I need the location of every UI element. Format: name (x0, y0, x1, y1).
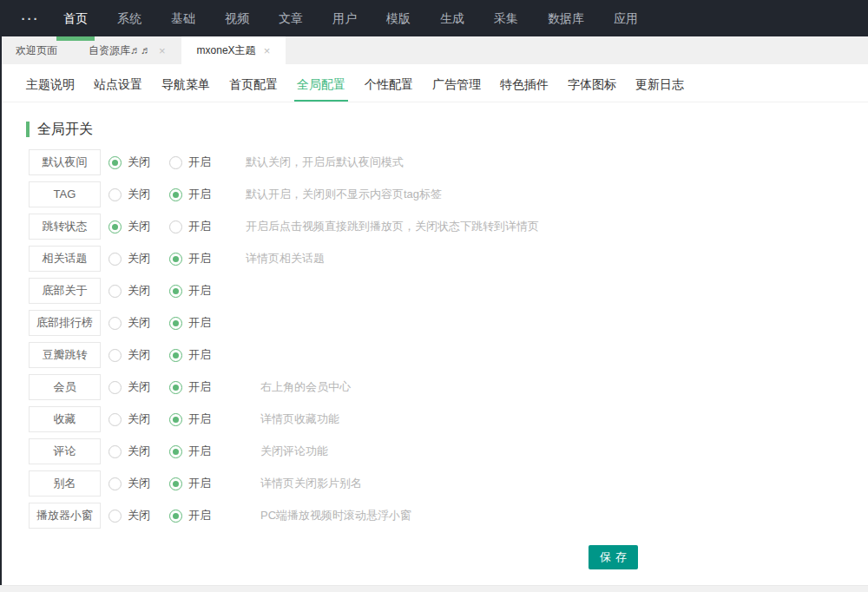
radio-on-alias[interactable]: 开启 (169, 476, 211, 491)
radio-off-circle-icon[interactable] (108, 156, 122, 169)
radio-off-alias[interactable]: 关闭 (108, 476, 150, 491)
radio-off-jump-status[interactable]: 关闭 (108, 219, 150, 234)
radio-off-footer-about[interactable]: 关闭 (108, 283, 150, 299)
radio-on-circle-icon[interactable] (169, 188, 182, 201)
bottom-scrollbar[interactable] (0, 585, 868, 592)
tab-label: 自资源库♬♬ (89, 43, 151, 58)
radio-on-footer-ranking[interactable]: 开启 (169, 315, 211, 331)
more-menu-icon[interactable]: ··· (12, 11, 49, 26)
nav-item-basic[interactable]: 基础 (156, 0, 210, 36)
nav-item-article[interactable]: 文章 (264, 0, 318, 36)
setting-description: 右上角的会员中心 (260, 379, 351, 395)
radio-off-circle-icon[interactable] (108, 285, 122, 298)
subnav-tab-nav-menu[interactable]: 导航菜单 (159, 77, 213, 102)
radio-on-circle-icon[interactable] (169, 381, 182, 394)
radio-on-tag[interactable]: 开启 (169, 187, 211, 202)
tab-close-icon[interactable]: × (159, 45, 166, 56)
setting-label-alias: 别名 (29, 470, 101, 497)
radio-on-member[interactable]: 开启 (169, 379, 211, 395)
save-button[interactable]: 保存 (589, 545, 638, 569)
radio-on-mini-player[interactable]: 开启 (169, 508, 211, 523)
radio-off-circle-icon[interactable] (108, 253, 122, 266)
radio-off-label: 关闭 (128, 476, 150, 491)
setting-row-alias: 别名关闭开启详情页关闭影片别名 (29, 470, 868, 497)
radio-off-circle-icon[interactable] (108, 477, 122, 490)
radio-off-favorite[interactable]: 关闭 (108, 411, 150, 427)
radio-on-label: 开启 (188, 283, 211, 299)
subnav-tab-ad-manage[interactable]: 广告管理 (430, 77, 483, 102)
setting-label-footer-ranking: 底部排行榜 (29, 310, 101, 336)
nav-item-system[interactable]: 系统 (102, 0, 156, 36)
tab-label: 欢迎页面 (16, 43, 57, 58)
radio-on-circle-icon[interactable] (169, 413, 182, 426)
radio-on-circle-icon[interactable] (169, 349, 182, 362)
radio-off-mini-player[interactable]: 关闭 (108, 508, 150, 523)
setting-row-douban-jump: 豆瓣跳转关闭开启 (29, 342, 868, 368)
radio-on-circle-icon[interactable] (169, 317, 182, 330)
radio-off-circle-icon[interactable] (108, 510, 122, 523)
radio-off-circle-icon[interactable] (108, 349, 122, 362)
nav-item-home[interactable]: 首页 (49, 0, 102, 36)
radio-on-comment[interactable]: 开启 (169, 444, 211, 459)
radio-off-label: 关闭 (128, 379, 150, 395)
radio-on-favorite[interactable]: 开启 (169, 411, 211, 427)
radio-off-tag[interactable]: 关闭 (108, 187, 150, 202)
subnav-tab-home-config[interactable]: 首页配置 (227, 77, 280, 102)
setting-label-tag: TAG (29, 181, 101, 207)
radio-off-night-mode[interactable]: 关闭 (108, 155, 150, 170)
radio-on-label: 开启 (188, 187, 211, 202)
radio-off-member[interactable]: 关闭 (108, 379, 150, 395)
nav-item-generate[interactable]: 生成 (425, 0, 479, 36)
radio-on-douban-jump[interactable]: 开启 (169, 347, 211, 363)
radio-on-jump-status[interactable]: 开启 (169, 219, 211, 234)
radio-on-circle-icon[interactable] (169, 285, 182, 298)
setting-row-member: 会员关闭开启右上角的会员中心 (29, 374, 868, 400)
subnav-tab-site-settings[interactable]: 站点设置 (91, 77, 145, 102)
radio-off-related-topics[interactable]: 关闭 (108, 251, 150, 266)
radio-off-footer-ranking[interactable]: 关闭 (108, 315, 150, 331)
radio-on-footer-about[interactable]: 开启 (169, 283, 211, 299)
nav-item-collect[interactable]: 采集 (479, 0, 533, 36)
setting-description: 详情页关闭影片别名 (260, 476, 362, 491)
subnav-tab-personal-config[interactable]: 个性配置 (362, 77, 416, 102)
settings-list: 默认夜间关闭开启默认关闭，开启后默认夜间模式TAG关闭开启默认开启，关闭则不显示… (0, 149, 868, 529)
radio-off-circle-icon[interactable] (108, 317, 122, 330)
radio-on-circle-icon[interactable] (169, 220, 182, 234)
radio-on-night-mode[interactable]: 开启 (169, 155, 211, 170)
radio-on-circle-icon[interactable] (169, 156, 182, 169)
radio-off-circle-icon[interactable] (108, 381, 122, 394)
radio-off-comment[interactable]: 关闭 (108, 444, 150, 459)
subnav-tab-changelog[interactable]: 更新日志 (633, 77, 687, 102)
subnav-tab-theme-intro[interactable]: 主题说明 (23, 77, 77, 102)
radio-on-circle-icon[interactable] (169, 510, 182, 523)
radio-off-circle-icon[interactable] (108, 188, 122, 201)
subnav-tab-font-icons[interactable]: 字体图标 (565, 77, 619, 102)
radio-on-circle-icon[interactable] (169, 477, 182, 490)
radio-on-related-topics[interactable]: 开启 (169, 251, 211, 266)
radio-off-circle-icon[interactable] (108, 445, 122, 458)
subnav-tab-featured-plugins[interactable]: 特色插件 (497, 77, 551, 102)
radio-off-circle-icon[interactable] (108, 413, 122, 426)
setting-row-related-topics: 相关话题关闭开启详情页相关话题 (29, 246, 868, 272)
radio-on-label: 开启 (188, 347, 211, 363)
tab-mxonex-theme[interactable]: mxoneX主题× (181, 36, 286, 64)
setting-row-footer-about: 底部关于关闭开启 (29, 278, 868, 304)
nav-item-database[interactable]: 数据库 (533, 0, 599, 36)
setting-description: 默认关闭，开启后默认夜间模式 (246, 155, 404, 170)
radio-on-label: 开启 (188, 219, 211, 234)
left-edge-divider (0, 36, 2, 585)
radio-on-circle-icon[interactable] (169, 445, 182, 458)
radio-off-douban-jump[interactable]: 关闭 (108, 347, 150, 363)
setting-label-jump-status: 跳转状态 (29, 214, 101, 240)
nav-item-template[interactable]: 模版 (372, 0, 425, 36)
nav-item-video[interactable]: 视频 (210, 0, 264, 36)
nav-item-app[interactable]: 应用 (599, 0, 653, 36)
radio-on-circle-icon[interactable] (169, 253, 182, 266)
subnav-tab-global-config[interactable]: 全局配置 (294, 77, 348, 102)
setting-description: 详情页相关话题 (246, 251, 325, 266)
setting-row-favorite: 收藏关闭开启详情页收藏功能 (29, 406, 868, 432)
tab-close-icon[interactable]: × (264, 45, 271, 56)
nav-item-user[interactable]: 用户 (318, 0, 372, 36)
radio-off-circle-icon[interactable] (108, 220, 122, 234)
radio-off-label: 关闭 (128, 187, 150, 202)
